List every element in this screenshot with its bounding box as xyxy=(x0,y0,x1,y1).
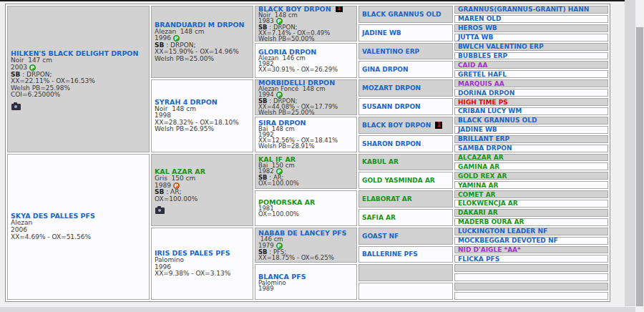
horse-name-link[interactable]: NID D'AIGLE *AA* xyxy=(458,246,521,253)
horse-name-link[interactable]: SHARON DRPON xyxy=(362,140,421,147)
pedigree-cell: SAFIA AR xyxy=(358,209,453,226)
horse-name-row: GOAST NF xyxy=(362,233,451,240)
pedigree-grid: HILKEN'S BLACK DELIGHT DRPONNoir 147 cm2… xyxy=(7,6,608,300)
pedigree-cell: KABUL AR xyxy=(358,154,453,171)
p-green-icon[interactable]: P xyxy=(29,64,36,71)
pedigree-cell: CRIBAN LUCY WM xyxy=(454,107,608,115)
pedigree-cell: BLACK BOY DRPON1Noir 148 cm1983PSB : DRP… xyxy=(255,6,357,42)
pedigree-cell: SUSANN DRPON xyxy=(358,98,453,115)
horse-name-link[interactable]: BLACK BOY DRPON xyxy=(362,122,431,129)
count-badge-icon: 1 xyxy=(336,6,343,12)
horse-detail-line: XX=4.69% - OX=51.56% xyxy=(11,234,147,241)
horse-name-link[interactable]: BRILLANT ERP xyxy=(458,135,509,142)
pedigree-cell: ALCAZAR AR xyxy=(454,154,608,162)
pedigree-cell: BRILLANT ERP xyxy=(454,135,608,143)
horse-name-link[interactable]: JUTTA WB xyxy=(458,34,493,41)
photo-line xyxy=(155,203,251,211)
horse-name-link[interactable]: FLICKA PFS xyxy=(458,255,499,263)
pedigree-cell: JADINE WB xyxy=(358,24,453,42)
horse-name-link[interactable]: GRETEL HAFL xyxy=(458,71,507,78)
horse-name-row: CRIBAN LUCY WM xyxy=(458,107,606,114)
horse-name-link[interactable]: GOLD REX AR xyxy=(458,172,507,180)
p-green-icon[interactable]: P xyxy=(173,35,180,42)
horse-name-link[interactable]: KABUL AR xyxy=(362,158,399,165)
horse-name-link[interactable]: ALCAZAR AR xyxy=(458,154,504,161)
horse-name-row: MAREN OLD xyxy=(458,15,606,22)
horse-name-row: CAID AA xyxy=(458,62,606,69)
horse-name-link[interactable]: GRANNUS(GRANNUS-GRANIT) HANN xyxy=(458,6,589,13)
horse-name-row: JADINE WB xyxy=(458,126,606,133)
horse-name-row: JADINE WB xyxy=(362,29,451,36)
horse-name-link[interactable]: CRIBAN LUCY WM xyxy=(458,107,522,114)
vertical-scrollbar-thumb[interactable] xyxy=(636,27,643,306)
horse-name-link[interactable]: JADINE WB xyxy=(458,126,497,133)
horse-name-link[interactable]: SUSANN DRPON xyxy=(362,103,421,110)
horse-name-link[interactable]: COMET AR xyxy=(458,191,496,198)
horse-name-link[interactable]: JADINE WB xyxy=(362,29,401,36)
pedigree-cell: SYRAH 4 DRPONNoir 148 cm1998XX=28.32% - … xyxy=(151,79,253,152)
pedigree-cell: SAMBA DRPON xyxy=(454,145,608,152)
horse-name-link[interactable]: DAKARI AR xyxy=(458,209,498,216)
pedigree-cell: JADINE WB xyxy=(454,126,608,134)
horse-name-link[interactable]: BWLCH VALENTINO ERP xyxy=(458,43,544,50)
horse-name-link[interactable]: MADERB OURA AR xyxy=(458,218,524,225)
horse-name-link[interactable]: SAMBA DRPON xyxy=(458,145,512,152)
horse-name-link[interactable]: MAREN OLD xyxy=(458,15,502,22)
horse-name-row: YAMINA AR xyxy=(458,182,606,189)
pedigree-cell: POMORSKA AR1981OX=100.00% xyxy=(255,190,357,226)
horse-name-link[interactable]: VALENTINO ERP xyxy=(362,48,419,55)
horse-name-link[interactable]: BLACK GRANNUS OLD xyxy=(458,117,537,124)
horse-name-link[interactable]: BUBBLES ERP xyxy=(458,52,507,59)
horse-name-row: GRANNUS(GRANNUS-GRANIT) HANN xyxy=(458,6,606,13)
pedigree-cell: COMET AR xyxy=(454,190,608,198)
horse-name-row: MOZART DRPON xyxy=(362,84,451,92)
pedigree-cell: BLACK GRANNUS OLD xyxy=(454,117,608,125)
photo-camera-icon[interactable] xyxy=(11,104,21,110)
horse-name-link[interactable]: MOZART DRPON xyxy=(362,84,421,92)
pedigree-cell: YAMINA AR xyxy=(454,181,608,189)
horse-name-row: HIGH TIME PS xyxy=(458,99,606,106)
horse-name-row: BUBBLES ERP xyxy=(458,52,606,59)
horse-name-link[interactable]: BLACK GRANNUS OLD xyxy=(362,11,441,18)
horse-name-link[interactable]: MOCKBEGGAR DEVOTED NF xyxy=(458,237,558,244)
horse-name-link[interactable]: MARQUIS AA xyxy=(458,80,504,87)
pedigree-cell: CAID AA xyxy=(454,61,608,69)
horse-name-row: VALENTINO ERP xyxy=(362,48,451,55)
horse-name-row: KABUL AR xyxy=(362,158,451,165)
horizontal-scrollbar-track[interactable] xyxy=(0,306,635,312)
horse-detail-line: Welsh PB=26.95% xyxy=(155,126,251,133)
horse-name-link[interactable]: HEROS WB xyxy=(458,24,497,31)
pedigree-cell: BUBBLES ERP xyxy=(454,52,608,60)
horse-name-link[interactable]: HIGH TIME PS xyxy=(458,99,508,106)
pedigree-cell: SKYA DES PALLES PFSAlezan2006XX=4.69% - … xyxy=(7,154,150,301)
pedigree-cell-empty xyxy=(454,283,608,291)
horse-name-link[interactable]: ELABORAT AR xyxy=(362,195,412,203)
horse-name-link[interactable]: ELOKWENCJA AR xyxy=(458,200,518,207)
pedigree-cell: GINA DRPON xyxy=(358,61,453,78)
horse-name-row: ALCAZAR AR xyxy=(458,154,606,161)
horse-name-row: SHARON DRPON xyxy=(362,140,451,147)
pedigree-cell: LUCKINGTON LEADER NF xyxy=(454,228,608,235)
horse-name-row: SAFIA AR xyxy=(362,214,451,221)
horse-name-link[interactable]: GINA DRPON xyxy=(362,66,409,73)
horse-name-link[interactable]: GOAST NF xyxy=(362,233,399,240)
horse-detail-line: OX=100.00% xyxy=(155,196,251,203)
horse-name-row: SAMBA DRPON xyxy=(458,145,606,152)
pedigree-cell: GOAST NF xyxy=(358,228,453,245)
horse-name-link[interactable]: GOLD YASMINDA AR xyxy=(362,177,435,184)
horse-name-link[interactable]: DORINA DRPON xyxy=(458,89,514,97)
photo-camera-icon[interactable] xyxy=(155,208,165,214)
horse-name-link[interactable]: SAFIA AR xyxy=(362,214,396,221)
horse-detail-line: XX=9.38% - OX=3.13% xyxy=(155,270,251,278)
pedigree-cell: KAL IF ARBai 150 cm1982PSB : AR;OX=100.0… xyxy=(255,154,357,190)
vertical-scrollbar[interactable] xyxy=(635,0,644,312)
horse-name-link[interactable]: YAMINA AR xyxy=(458,182,498,189)
pedigree-cell: NABAB DE LANCEY PFS 146 cm1979PSB : PFS;… xyxy=(255,228,357,263)
pedigree-cell: MARQUIS AA xyxy=(454,79,608,87)
pedigree-cell: DORINA DRPON xyxy=(454,89,608,97)
horse-name-row: GOLD YASMINDA AR xyxy=(362,177,451,184)
horse-name-link[interactable]: GAMINA AR xyxy=(458,163,499,170)
horse-name-link[interactable]: CAID AA xyxy=(458,62,487,69)
horse-name-link[interactable]: BALLERINE PFS xyxy=(362,250,418,258)
horse-name-link[interactable]: LUCKINGTON LEADER NF xyxy=(458,228,547,235)
